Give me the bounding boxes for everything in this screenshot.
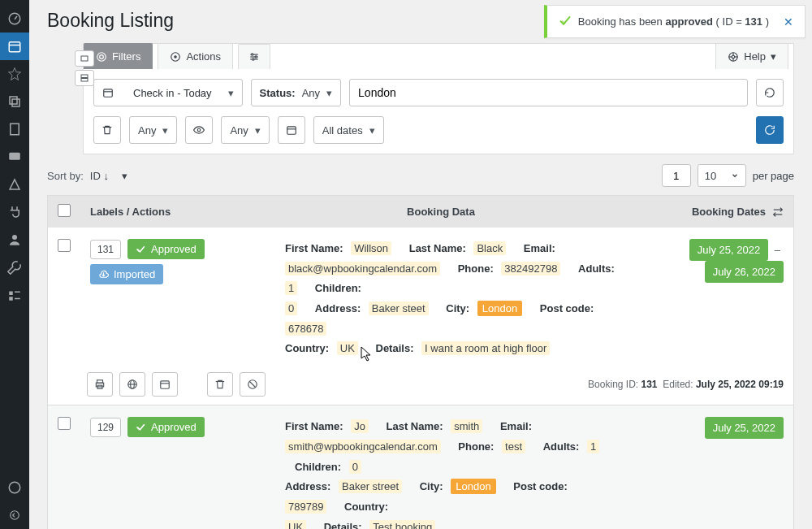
booking-id: 129 [90,418,121,437]
svg-point-13 [11,511,19,520]
svg-rect-1 [9,42,20,52]
svg-rect-6 [9,153,20,160]
row-checkbox[interactable] [58,417,71,430]
help-button[interactable]: Help ▾ [715,43,788,69]
users-menu-item[interactable] [0,226,29,254]
filter-panel: Filters Actions Help ▾ [83,43,794,154]
per-page-label: per page [753,170,794,182]
visibility-filter-button[interactable] [185,116,213,144]
tools-menu-item[interactable] [0,254,29,281]
chevron-down-icon [731,171,739,180]
booking-id: 131 [90,240,121,259]
all-dates-filter[interactable]: All dates▾ [313,116,384,144]
cancel-button[interactable] [240,372,266,397]
svg-rect-16 [81,79,88,82]
sort-field[interactable]: ID ↓ [90,170,109,182]
trash-filter-button[interactable] [93,116,121,144]
eye-icon [193,124,205,136]
svg-point-7 [12,235,17,240]
booking-row: 129 Approved First Name Jo Last Name smi… [47,405,794,529]
print-button[interactable] [87,372,113,397]
sort-dropdown[interactable]: ▾ [122,170,127,182]
appearance-menu-item[interactable] [0,171,29,198]
select-all-checkbox[interactable] [58,204,71,217]
svg-point-17 [97,52,106,61]
svg-rect-47 [161,381,170,388]
svg-rect-15 [81,75,88,78]
svg-rect-4 [12,99,19,106]
sort-row: Sort by: ID ↓ ▾ 10 per page [47,164,794,187]
svg-line-50 [250,382,256,388]
svg-rect-33 [104,89,113,97]
row-checkbox[interactable] [58,239,71,252]
booking-row: 131 Approved Imported First Name Willson… [47,228,794,405]
svg-rect-36 [287,127,296,134]
refresh-icon [764,87,775,98]
reset-search-button[interactable] [756,79,784,106]
tab-actions[interactable]: Actions [158,43,233,69]
booking-dates: July 25, 2022 – July 26, 2022 [621,239,784,359]
svg-rect-3 [10,97,17,104]
svg-point-35 [198,128,201,132]
calendar-button[interactable] [152,372,178,397]
notification-bar: Booking has been approved ( ID = 131 ) ✕ [544,5,806,38]
booking-data: First Name Willson Last Name Black Email… [285,239,621,359]
collapse-menu-item[interactable] [0,501,29,529]
comments-menu-item[interactable] [0,143,29,171]
svg-point-20 [175,55,176,57]
dashboard-menu-item[interactable] [0,5,29,33]
trash-any-filter[interactable]: Any▾ [129,116,177,144]
column-dates: Booking Dates [692,206,766,218]
approved-badge[interactable]: Approved [127,239,205,259]
table-header: Labels / Actions Booking Data Booking Da… [47,195,794,228]
pin-menu-item[interactable] [0,60,29,88]
status-filter[interactable]: Status: Any ▾ [251,79,341,106]
swap-icon[interactable] [772,206,784,218]
refresh-icon [764,124,775,136]
view-tab-2[interactable] [75,70,94,86]
booking-dates: July 25, 2022 [621,417,784,529]
svg-rect-11 [15,298,20,300]
link1-menu-item[interactable] [0,474,29,501]
svg-rect-5 [11,124,19,135]
creation-date-filter-button[interactable] [278,116,305,144]
close-icon[interactable]: ✕ [784,15,793,28]
svg-rect-9 [15,292,20,293]
search-input[interactable] [349,79,748,106]
imported-badge[interactable]: Imported [90,264,163,284]
checkin-date-filter[interactable]: Check in - Today ▾ [93,79,243,106]
plugins-menu-item[interactable] [0,198,29,226]
sort-label: Sort by: [47,170,84,182]
settings-menu-item[interactable] [0,281,29,309]
calendar-menu-item[interactable] [0,33,29,60]
trash-button[interactable] [207,372,233,397]
svg-point-12 [9,482,20,493]
view-tab-1[interactable] [75,50,94,67]
main-content: Booking Listing Booking has been approve… [29,0,812,529]
locale-button[interactable] [119,372,145,397]
tab-options[interactable] [238,44,270,69]
svg-point-26 [253,58,254,59]
visibility-any-filter[interactable]: Any▾ [221,116,269,144]
media-menu-item[interactable] [0,88,29,115]
calendar-icon [102,87,114,98]
booking-meta: Booking ID: 131 Edited: July 25, 2022 09… [588,379,784,390]
svg-rect-8 [9,292,13,296]
svg-rect-14 [81,56,88,61]
column-labels: Labels / Actions [90,206,253,218]
page-number-input[interactable] [662,164,691,187]
per-page-select[interactable]: 10 [698,164,746,187]
admin-sidebar [0,0,29,529]
svg-point-28 [732,55,736,59]
search-field[interactable] [358,86,739,99]
svg-rect-10 [9,297,13,301]
notification-text: Booking has been approved ( ID = 131 ) [578,15,769,28]
approved-badge[interactable]: Approved [127,417,205,437]
calendar-icon [286,124,297,136]
pages-menu-item[interactable] [0,115,29,143]
apply-filter-button[interactable] [756,116,784,144]
column-data: Booking Data [253,206,629,218]
check-icon [559,14,572,29]
svg-point-25 [255,55,257,57]
svg-point-24 [252,53,253,54]
